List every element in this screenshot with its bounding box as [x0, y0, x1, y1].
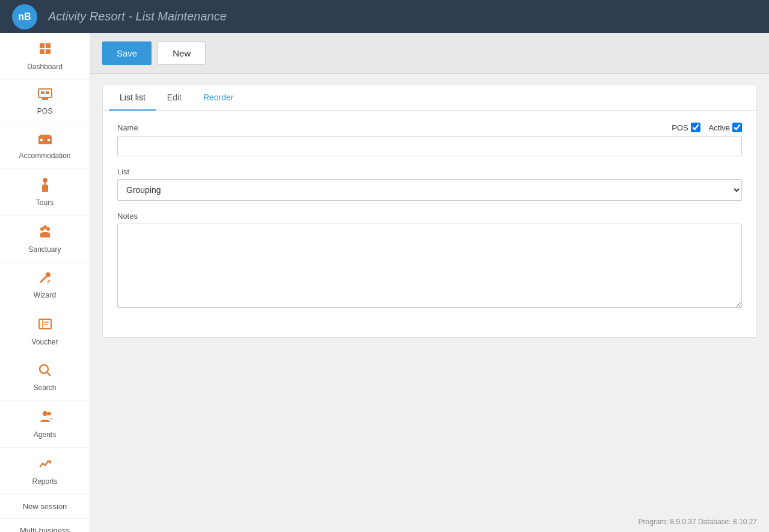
name-row: Name POS Active Koala Ecoun	[117, 123, 742, 156]
form-body: Name POS Active Koala Ecoun	[103, 111, 756, 337]
save-button[interactable]: Save	[102, 41, 152, 65]
svg-rect-4	[38, 89, 52, 97]
sidebar-item-tours[interactable]: Tours	[0, 169, 90, 216]
version-footer: Program: 8.9.0.37 Database: 8.10.27	[90, 512, 769, 532]
sidebar-item-label: Accommodation	[19, 151, 70, 160]
sidebar-item-label: POS	[37, 107, 52, 115]
main-content: Save New List list Edit Reorder	[90, 33, 769, 532]
sidebar-item-label: Tours	[36, 198, 54, 207]
tabs-bar: List list Edit Reorder	[103, 85, 756, 111]
new-button[interactable]: New	[158, 41, 206, 65]
name-label: Name	[117, 123, 138, 132]
svg-point-22	[43, 411, 47, 416]
notes-textarea[interactable]	[117, 224, 742, 308]
toolbar: Save New	[90, 33, 769, 74]
svg-rect-19	[39, 319, 51, 329]
dashboard-icon	[38, 41, 52, 60]
sidebar-item-agents[interactable]: Agents	[0, 401, 90, 448]
sidebar-item-new-session[interactable]: New session	[0, 495, 90, 519]
pos-checkbox[interactable]	[691, 123, 700, 132]
wizard-icon	[38, 271, 52, 288]
reports-icon	[38, 456, 52, 474]
list-select[interactable]: Grouping Category Type	[117, 179, 742, 201]
sidebar-item-label: Multi-business	[20, 526, 70, 532]
voucher-icon	[38, 317, 52, 335]
sidebar-item-reports[interactable]: Reports	[0, 448, 90, 495]
list-label: List	[117, 167, 742, 176]
svg-line-18	[47, 280, 50, 283]
sidebar-item-label: Reports	[32, 477, 57, 486]
sidebar-item-multi-business[interactable]: Multi-business	[0, 519, 90, 532]
svg-rect-0	[40, 43, 44, 48]
sanctuary-icon	[38, 224, 52, 242]
sidebar-item-label: Sanctuary	[28, 245, 61, 254]
sidebar-item-label: Search	[33, 384, 56, 392]
svg-point-15	[43, 225, 47, 229]
app-header: nB Activity Resort - List Maintenance	[0, 0, 769, 33]
accommodation-icon	[37, 133, 53, 148]
search-icon	[38, 364, 52, 381]
pos-icon	[38, 88, 52, 104]
list-row: List Grouping Category Type	[117, 167, 742, 201]
svg-point-14	[46, 227, 50, 231]
name-input[interactable]: Koala Ecounters	[117, 136, 742, 156]
svg-rect-6	[46, 91, 49, 94]
tours-icon	[38, 177, 52, 195]
checkbox-group: POS Active	[672, 123, 742, 132]
active-checkbox-label[interactable]: Active	[709, 123, 742, 132]
sidebar-item-pos[interactable]: POS	[0, 80, 90, 124]
notes-row: Notes	[117, 212, 742, 310]
svg-rect-3	[46, 49, 51, 54]
svg-line-21	[47, 372, 51, 376]
svg-rect-7	[42, 98, 48, 100]
svg-rect-10	[47, 139, 50, 141]
tab-edit[interactable]: Edit	[156, 85, 192, 111]
svg-rect-9	[40, 139, 43, 141]
sidebar-item-label: Dashboard	[27, 63, 63, 71]
content-panel: List list Edit Reorder Name	[102, 85, 757, 338]
sidebar-item-dashboard[interactable]: Dashboard	[0, 33, 90, 80]
svg-point-11	[43, 178, 47, 183]
tab-list-list[interactable]: List list	[109, 85, 156, 111]
active-checkbox[interactable]	[732, 123, 742, 132]
version-text: Program: 8.9.0.37 Database: 8.10.27	[639, 518, 757, 526]
svg-point-13	[40, 227, 44, 231]
agents-icon	[38, 409, 52, 427]
pos-checkbox-label[interactable]: POS	[672, 123, 700, 132]
sidebar-item-wizard[interactable]: Wizard	[0, 263, 90, 308]
svg-rect-1	[46, 43, 51, 48]
tab-reorder[interactable]: Reorder	[192, 85, 245, 111]
app-logo: nB	[12, 4, 37, 29]
svg-point-17	[46, 272, 51, 277]
svg-rect-2	[40, 49, 44, 54]
sidebar-item-search[interactable]: Search	[0, 355, 90, 401]
svg-point-20	[40, 365, 48, 373]
sidebar-item-voucher[interactable]: Voucher	[0, 308, 90, 355]
sidebar-item-label: Agents	[34, 430, 56, 439]
svg-point-23	[47, 412, 51, 415]
sidebar-item-label: New session	[23, 502, 67, 511]
svg-rect-5	[41, 91, 44, 94]
sidebar-item-label: Voucher	[31, 338, 58, 346]
sidebar-item-accommodation[interactable]: Accommodation	[0, 124, 90, 169]
sidebar: Dashboard POS Accommodation Tours	[0, 33, 90, 532]
sidebar-item-label: Wizard	[34, 291, 56, 299]
sidebar-item-sanctuary[interactable]: Sanctuary	[0, 216, 90, 263]
notes-label: Notes	[117, 212, 742, 221]
app-title: Activity Resort - List Maintenance	[48, 10, 227, 23]
